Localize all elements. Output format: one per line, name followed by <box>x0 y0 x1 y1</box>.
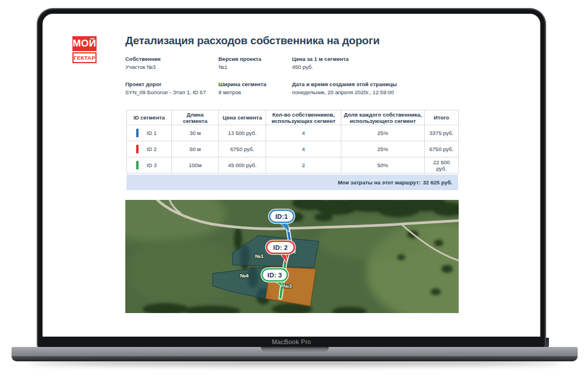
info-label: Проект дорог <box>125 80 218 88</box>
owners-count: 4 <box>266 125 341 141</box>
segments-table: ID сегмента Длина сегмента Цена сегмента… <box>126 110 459 173</box>
marker-label: ID: 3 <box>267 272 282 279</box>
info-label: Цена за 1 м сегмента <box>292 55 397 63</box>
header-owners-count: Кол-во собственников, использующих сегме… <box>266 110 341 125</box>
segment-length: 30 м <box>172 125 219 141</box>
total-costs-label: Мои затраты на этот маршрут: <box>338 179 421 186</box>
segment-total: 6750 руб. <box>425 141 459 157</box>
segments-table-wrap: ID сегмента Длина сегмента Цена сегмента… <box>126 110 458 190</box>
segment-length: 100м <box>172 157 219 173</box>
segment-id: ID 1 <box>147 130 156 136</box>
info-grid: Собственник Участок №3 Версия проекта №1… <box>125 55 397 97</box>
header-segment-price: Цена сегмента <box>219 110 266 125</box>
segment-total: 22 500 руб. <box>425 157 459 173</box>
header-segment-id: ID сегмента <box>127 110 172 125</box>
moy-gektar-logo: МОЙ ГЕКТАР <box>72 36 97 63</box>
info-value: понедельник, 20 апреля 2020г., 12:59:00 <box>292 88 397 97</box>
info-label: Ширина сегмента <box>218 80 292 88</box>
segment-color-bar <box>136 145 139 153</box>
segment-id: ID 2 <box>147 146 156 152</box>
page-title: Детализация расходов собственника на дор… <box>125 34 379 47</box>
laptop-lid: МОЙ ГЕКТАР Детализация расходов собствен… <box>38 9 545 348</box>
laptop-shadow <box>28 360 562 366</box>
info-cell-created-datetime: Дата и время создания этой страницы поне… <box>292 80 397 97</box>
owners-count: 4 <box>266 141 341 157</box>
segment-price: 6750 руб. <box>219 141 266 157</box>
info-value: №1 <box>218 63 292 71</box>
brand-label: MacBook Pro <box>38 338 545 345</box>
table-row: ID 2 60 м 6750 руб. 4 25% 6750 руб. <box>127 141 459 157</box>
segment-length: 60 м <box>172 141 219 157</box>
info-cell-owner: Собственник Участок №3 <box>125 55 218 71</box>
marker-label: ID: 2 <box>273 244 287 251</box>
info-value: SYN_09 Бологое - Этап 1, ID 67 <box>125 88 218 97</box>
owner-share: 25% <box>341 141 425 157</box>
info-label: Дата и время создания этой страницы <box>292 80 397 88</box>
plot-1-label: №1 <box>255 253 263 259</box>
info-cell-project-version: Версия проекта №1 <box>218 55 292 71</box>
laptop-base <box>11 347 578 357</box>
header-total: Итого <box>425 110 459 125</box>
table-header-row: ID сегмента Длина сегмента Цена сегмента… <box>127 110 459 125</box>
logo-bottom-text: ГЕКТАР <box>72 52 97 63</box>
segment-total: 3375 руб. <box>425 125 459 141</box>
logo-top-text: МОЙ <box>72 36 97 51</box>
marker-label: ID:1 <box>275 213 288 220</box>
info-value: Участок №3 <box>125 63 218 71</box>
header-segment-length: Длина сегмента <box>172 110 219 125</box>
info-cell-road-project: Проект дорог SYN_09 Бологое - Этап 1, ID… <box>125 80 218 97</box>
owners-count: 2 <box>266 157 341 173</box>
segment-price: 45 000 руб. <box>219 157 266 173</box>
info-label: Версия проекта <box>218 55 292 63</box>
table-row: ID 3 100м 45 000 руб. 2 50% 22 500 руб. <box>127 157 459 173</box>
macbook-mockup: МОЙ ГЕКТАР Детализация расходов собствен… <box>0 0 588 382</box>
segment-id: ID 3 <box>147 162 156 168</box>
laptop-screen: МОЙ ГЕКТАР Детализация расходов собствен… <box>43 14 540 337</box>
info-cell-price-per-meter: Цена за 1 м сегмента 450 руб. <box>292 55 397 71</box>
plot-4-label: №4 <box>240 273 248 279</box>
segment-color-bar <box>136 161 139 169</box>
info-value: 450 руб. <box>292 63 397 71</box>
owner-share: 25% <box>341 125 425 141</box>
info-cell-segment-width: Ширина сегмента 8 метров <box>218 80 292 97</box>
plot-3-label: №3 <box>283 283 291 289</box>
table-row: ID 1 30 м 13 500 руб. 4 25% 3375 руб. <box>127 125 459 141</box>
owner-share: 50% <box>341 157 425 173</box>
info-label: Собственник <box>125 55 218 63</box>
header-owner-share: Доля каждого собственника, использующего… <box>341 110 425 125</box>
segment-price: 13 500 руб. <box>219 125 266 141</box>
lid-notch <box>261 347 329 352</box>
segment-color-bar <box>136 129 139 137</box>
route-map: №1 №2 №3 №4 ID:1 <box>125 200 459 313</box>
info-value: 8 метров <box>218 88 292 97</box>
route-map-image: №1 №2 №3 №4 ID:1 <box>125 200 459 313</box>
total-costs-bar: Мои затраты на этот маршрут: 32 625 руб. <box>126 175 458 190</box>
total-costs-value: 32 625 руб. <box>423 179 452 186</box>
